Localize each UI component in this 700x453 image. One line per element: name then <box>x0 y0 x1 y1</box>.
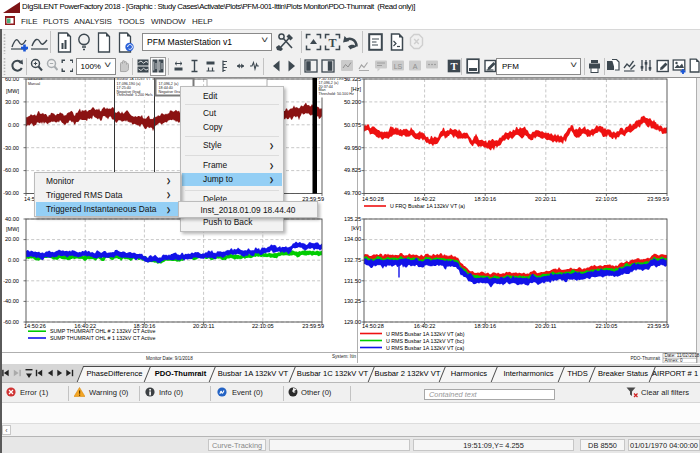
svg-text:16:40:22: 16:40:22 <box>414 323 436 329</box>
svg-text:20:20:11: 20:20:11 <box>535 196 556 202</box>
svg-text:20:20:11: 20:20:11 <box>535 323 556 329</box>
svg-text:60.00: 60.00 <box>5 78 19 82</box>
svg-text:135.25: 135.25 <box>344 216 361 222</box>
svg-text:14:50:26: 14:50:26 <box>24 323 46 329</box>
svg-text:50.325: 50.325 <box>344 78 361 82</box>
svg-text:U RMS Busbar 1A 132kV VT (bc): U RMS Busbar 1A 132kV VT (bc) <box>386 338 464 344</box>
svg-text:30.00: 30.00 <box>5 99 19 105</box>
svg-text:Busbar 1A 132kV VT: Busbar 1A 132kV VT <box>117 78 152 81</box>
svg-text:LS: LS <box>394 63 403 70</box>
svg-text:[Hz]: [Hz] <box>351 86 361 92</box>
svg-text:Threshold: 50.100 Hz: Threshold: 50.100 Hz <box>319 92 354 96</box>
svg-text:[MW]: [MW] <box>6 226 19 232</box>
svg-text:22:10:05: 22:10:05 <box>596 323 618 329</box>
svg-text:SUMP THUMRAIT OHL # 1 132kV CT: SUMP THUMRAIT OHL # 1 132kV CT Active <box>50 335 155 341</box>
svg-text:U FRQ Busbar 1A 132kV VT (a): U FRQ Busbar 1A 132kV VT (a) <box>390 203 465 209</box>
svg-text:16:40:22: 16:40:22 <box>414 196 436 202</box>
svg-text:14:50:28: 14:50:28 <box>362 323 384 329</box>
svg-text:-60.00: -60.00 <box>3 167 19 173</box>
svg-text:18:30:16: 18:30:16 <box>474 196 496 202</box>
svg-text:U RMS Busbar 1A 132kV VT (ab): U RMS Busbar 1A 132kV VT (ab) <box>386 331 465 337</box>
svg-text:50.075: 50.075 <box>344 122 361 128</box>
svg-text:Annex: 0: Annex: 0 <box>665 358 684 363</box>
svg-text:-30.00: -30.00 <box>3 145 19 151</box>
svg-text:T: T <box>450 61 457 72</box>
svg-text:A: A <box>413 63 418 70</box>
svg-text:PDO-Thumrait: PDO-Thumrait <box>630 356 660 361</box>
svg-text:U RMS Busbar 1A 132kV VT (ca): U RMS Busbar 1A 132kV VT (ca) <box>386 345 464 351</box>
svg-text:40.00: 40.00 <box>5 216 19 222</box>
svg-text:14:50:28: 14:50:28 <box>362 196 384 202</box>
svg-text:-90.00: -90.00 <box>3 190 19 196</box>
svg-text:23:59:59: 23:59:59 <box>647 323 669 329</box>
svg-text:-20.00: -20.00 <box>3 278 19 284</box>
svg-text:22:10:05: 22:10:05 <box>596 196 618 202</box>
svg-text:131.50: 131.50 <box>344 278 361 284</box>
svg-text:134.00: 134.00 <box>344 236 361 242</box>
svg-text:Manual: Manual <box>28 82 40 86</box>
svg-text:[kV]: [kV] <box>351 225 361 231</box>
svg-text:Monitor Date: 9/1/2018: Monitor Date: 9/1/2018 <box>146 356 193 361</box>
svg-text:49.825: 49.825 <box>344 167 361 173</box>
svg-text:Negative Grad: Negative Grad <box>159 90 183 94</box>
svg-text:132.75: 132.75 <box>344 257 361 263</box>
svg-text:20.00: 20.00 <box>5 236 19 242</box>
svg-text:18:30:16: 18:30:16 <box>474 323 496 329</box>
svg-text:23:59:59: 23:59:59 <box>647 196 669 202</box>
svg-text:14:52:18: 14:52:18 <box>28 78 42 81</box>
svg-text:49.950: 49.950 <box>344 145 361 151</box>
svg-text:System: Itin: System: Itin <box>332 354 356 359</box>
svg-text:-60.00: -60.00 <box>3 319 19 325</box>
svg-text:20:20:11: 20:20:11 <box>193 323 214 329</box>
svg-text:Threshold: 5.200 Hz/s: Threshold: 5.200 Hz/s <box>117 93 153 97</box>
svg-text:0.00: 0.00 <box>8 257 19 263</box>
svg-text:130.25: 130.25 <box>344 298 361 304</box>
svg-text:SUMP THUMRAIT OHL # 2 132kV CT: SUMP THUMRAIT OHL # 2 132kV CT Active <box>50 328 155 334</box>
svg-text:49.700: 49.700 <box>344 190 361 196</box>
svg-text:T: T <box>328 36 336 50</box>
svg-text:23:59:59: 23:59:59 <box>302 323 324 329</box>
svg-text:129.00: 129.00 <box>344 319 361 325</box>
svg-text:[MW]: [MW] <box>6 88 19 94</box>
svg-text:-40.00: -40.00 <box>3 298 19 304</box>
svg-text:50.200: 50.200 <box>344 99 361 105</box>
svg-text:22:10:05: 22:10:05 <box>252 323 274 329</box>
svg-text:0.00: 0.00 <box>8 122 19 128</box>
